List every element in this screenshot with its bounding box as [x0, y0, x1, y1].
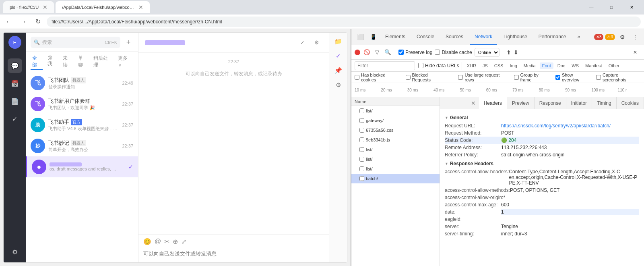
- calendar-nav-icon[interactable]: 📅: [8, 76, 22, 91]
- disable-cache-input[interactable]: [435, 50, 440, 55]
- req-checkbox-batch[interactable]: [359, 176, 364, 181]
- has-blocked-cookies-input[interactable]: [355, 75, 359, 80]
- filter-css[interactable]: CSS: [492, 62, 506, 69]
- tab-network[interactable]: Network: [470, 29, 497, 45]
- export-button[interactable]: ⬇: [514, 49, 518, 56]
- device-button[interactable]: 📱: [367, 31, 379, 43]
- request-item-js[interactable]: 9eb3341b.js: [351, 135, 440, 145]
- maximize-button[interactable]: □: [602, 1, 621, 13]
- response-headers-section[interactable]: Response Headers: [445, 158, 639, 168]
- expand-button[interactable]: ⤢: [181, 238, 186, 245]
- filter-font[interactable]: Font: [540, 62, 553, 69]
- general-section-header[interactable]: General: [445, 112, 639, 122]
- preserve-log-checkbox[interactable]: Preserve log: [398, 50, 432, 55]
- tab-unread[interactable]: 未读: [61, 54, 73, 70]
- req-checkbox-list3[interactable]: [359, 157, 364, 162]
- filter-xhr[interactable]: XHR: [464, 62, 479, 69]
- right-check-button[interactable]: ✓: [332, 50, 344, 62]
- tab-later[interactable]: 稍后处理: [92, 54, 113, 70]
- req-checkbox-gateway[interactable]: [359, 118, 364, 123]
- new-chat-button[interactable]: +: [124, 37, 133, 47]
- request-item-list1[interactable]: list/: [351, 106, 440, 116]
- settings-nav-icon[interactable]: ⚙: [8, 245, 22, 259]
- throttle-select[interactable]: Online: [475, 48, 500, 57]
- search-network-button[interactable]: 🔍: [384, 48, 392, 56]
- tab-at-me[interactable]: @我: [46, 54, 58, 70]
- reload-button[interactable]: ↻: [32, 16, 43, 27]
- chat-nav-icon[interactable]: 💬: [8, 58, 22, 73]
- request-item-css[interactable]: 67355a56.css: [351, 125, 440, 135]
- filter-input[interactable]: [355, 61, 415, 70]
- scissors-button[interactable]: ✂: [164, 238, 169, 245]
- devtools-more-button[interactable]: ⋮: [630, 31, 641, 43]
- req-checkbox-js[interactable]: [359, 137, 364, 142]
- tab-console[interactable]: Console: [412, 29, 439, 45]
- req-checkbox-list1[interactable]: [359, 108, 364, 113]
- request-item-gateway[interactable]: gateway/: [351, 116, 440, 125]
- filter-doc[interactable]: Doc: [555, 62, 568, 69]
- filter-img[interactable]: Img: [507, 62, 519, 69]
- right-folder-button[interactable]: 📁: [332, 36, 344, 47]
- capture-screenshots-input[interactable]: [596, 75, 601, 80]
- request-item-list3[interactable]: list/: [351, 154, 440, 164]
- filter-js[interactable]: JS: [480, 62, 490, 69]
- inspect-button[interactable]: ⬜: [355, 31, 366, 43]
- chat-item-feishu-assistant[interactable]: 助 飞书助手 官方 飞书助手 V4.8 表单视图绝来袭，一站式解... 22:3…: [26, 114, 138, 135]
- tab-2-close[interactable]: ✕: [138, 4, 143, 10]
- browser-tab-1[interactable]: pls - file:///C:/U ✕: [3, 1, 54, 13]
- disable-cache-checkbox[interactable]: Disable cache: [435, 50, 472, 55]
- request-item-batch[interactable]: batch/: [351, 174, 440, 183]
- tasks-nav-icon[interactable]: ✓: [8, 112, 22, 126]
- use-large-rows-input[interactable]: [458, 75, 463, 80]
- search-box[interactable]: 🔍 搜索 Ctrl+K: [31, 37, 120, 48]
- tab-sources[interactable]: Sources: [441, 29, 468, 45]
- filter-ws[interactable]: WS: [569, 62, 581, 69]
- detail-tab-headers[interactable]: Headers: [479, 97, 507, 109]
- hide-data-urls-input[interactable]: [418, 63, 423, 68]
- tab-more[interactable]: 更多 ∨: [116, 54, 133, 70]
- filter-button[interactable]: ▽: [373, 48, 381, 56]
- tab-1-close[interactable]: ✕: [43, 4, 47, 10]
- detail-tab-preview[interactable]: Preview: [507, 97, 535, 109]
- blocked-requests-label[interactable]: Blocked Requests: [406, 73, 446, 82]
- detail-tab-initiator[interactable]: Initiator: [566, 97, 592, 109]
- docs-nav-icon[interactable]: 📄: [8, 94, 22, 108]
- tab-performance[interactable]: Performance: [534, 29, 571, 45]
- req-checkbox-css[interactable]: [359, 128, 364, 133]
- request-item-list4[interactable]: list/: [351, 164, 440, 174]
- header-settings-button[interactable]: ⚙: [311, 37, 322, 48]
- req-checkbox-list2[interactable]: [359, 147, 364, 152]
- close-devtools-button[interactable]: ✕: [630, 47, 641, 58]
- chat-item-feishu-notes[interactable]: 妙 飞书妙记 机器人 简单开会，高效办公 22:37: [26, 135, 138, 156]
- req-checkbox-list4[interactable]: [359, 166, 364, 171]
- header-check-button[interactable]: ✓: [297, 37, 308, 48]
- filter-media[interactable]: Media: [521, 62, 538, 69]
- use-large-rows-label[interactable]: Use large request rows: [458, 73, 507, 82]
- blocked-requests-input[interactable]: [406, 75, 411, 80]
- address-bar[interactable]: [47, 17, 641, 27]
- group-by-frame-input[interactable]: [514, 75, 519, 80]
- chat-item-feishu-team[interactable]: 飞 飞书团队 机器人 登录操作通知 22:49: [26, 73, 138, 94]
- detail-tab-timing[interactable]: Timing: [592, 97, 617, 109]
- tab-lighthouse[interactable]: Lighthouse: [499, 29, 532, 45]
- hide-data-urls-checkbox[interactable]: Hide data URLs: [418, 63, 459, 69]
- at-button[interactable]: @: [155, 238, 161, 245]
- devtools-settings-button[interactable]: ⚙: [617, 31, 628, 43]
- detail-tab-cookies[interactable]: Cookies: [617, 97, 644, 109]
- clear-button[interactable]: 🚫: [363, 48, 371, 56]
- show-overview-label[interactable]: Show overview: [555, 73, 590, 82]
- tab-direct[interactable]: 单聊: [76, 54, 89, 70]
- back-button[interactable]: ←: [3, 16, 14, 27]
- emoji-button[interactable]: 😊: [143, 238, 151, 245]
- close-button[interactable]: ✕: [622, 1, 641, 13]
- tab-all[interactable]: 全部: [31, 54, 43, 70]
- message-input[interactable]: [143, 248, 324, 259]
- right-pin-button[interactable]: 📌: [332, 65, 344, 76]
- browser-tab-2[interactable]: /AppData/Local/Feishu/app/webcontent/mes…: [56, 1, 150, 13]
- user-avatar[interactable]: F: [8, 36, 21, 49]
- chat-item-new-user-group[interactable]: 飞 飞书新用户体验群 飞书团队：欢迎同学 🎉 22:37: [26, 94, 138, 114]
- has-blocked-cookies-label[interactable]: Has blocked cookies: [355, 73, 399, 82]
- request-item-list2[interactable]: list/: [351, 145, 440, 154]
- tab-more[interactable]: »: [573, 29, 585, 45]
- details-close-button[interactable]: ✕: [468, 97, 479, 109]
